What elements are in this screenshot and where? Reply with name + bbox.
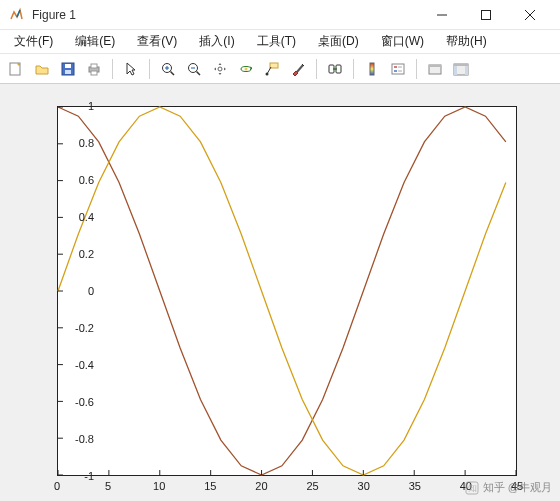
toolbar	[0, 54, 560, 84]
y-tick-label: -0.4	[54, 359, 94, 371]
save-button[interactable]	[56, 57, 80, 81]
menu-file[interactable]: 文件(F)	[4, 30, 63, 53]
svg-rect-39	[465, 66, 468, 75]
menu-help[interactable]: 帮助(H)	[436, 30, 497, 53]
menu-tools[interactable]: 工具(T)	[247, 30, 306, 53]
pointer-button[interactable]	[119, 57, 143, 81]
rotate-3d-button[interactable]	[234, 57, 258, 81]
maximize-button[interactable]	[464, 0, 508, 30]
watermark: 知 知乎 @牛观月	[465, 480, 552, 495]
svg-point-20	[245, 67, 248, 70]
chart-canvas	[58, 107, 516, 475]
y-tick-label: 0.2	[54, 248, 94, 260]
minimize-button[interactable]	[420, 0, 464, 30]
menu-edit[interactable]: 编辑(E)	[65, 30, 125, 53]
open-button[interactable]	[30, 57, 54, 81]
matlab-icon	[8, 7, 24, 23]
hide-plot-tools-button[interactable]	[423, 57, 447, 81]
svg-rect-37	[454, 64, 468, 66]
new-figure-button[interactable]	[4, 57, 28, 81]
x-tick-label: 35	[409, 480, 421, 492]
svg-rect-1	[482, 10, 491, 19]
insert-legend-button[interactable]	[386, 57, 410, 81]
data-cursor-button[interactable]	[260, 57, 284, 81]
svg-rect-28	[370, 63, 374, 75]
show-plot-tools-button[interactable]	[449, 57, 473, 81]
zoom-in-button[interactable]	[156, 57, 180, 81]
toolbar-separator	[149, 59, 150, 79]
close-button[interactable]	[508, 0, 552, 30]
print-button[interactable]	[82, 57, 106, 81]
plot-area: -1-0.8-0.6-0.4-0.200.20.40.60.81 0510152…	[0, 84, 560, 501]
y-tick-label: 1	[54, 100, 94, 112]
series-sin	[58, 107, 506, 475]
svg-point-23	[266, 72, 269, 75]
x-tick-label: 30	[358, 480, 370, 492]
y-tick-label: 0.8	[54, 137, 94, 149]
toolbar-separator	[353, 59, 354, 79]
toolbar-separator	[112, 59, 113, 79]
x-tick-label: 20	[255, 480, 267, 492]
svg-rect-10	[91, 71, 97, 75]
link-button[interactable]	[323, 57, 347, 81]
y-tick-label: 0.4	[54, 211, 94, 223]
y-tick-label: 0	[54, 285, 94, 297]
pan-button[interactable]	[208, 57, 232, 81]
svg-rect-35	[429, 65, 441, 67]
x-tick-label: 0	[54, 480, 60, 492]
series-cos	[58, 107, 506, 475]
insert-colorbar-button[interactable]	[360, 57, 384, 81]
menu-insert[interactable]: 插入(I)	[189, 30, 244, 53]
x-tick-label: 10	[153, 480, 165, 492]
x-tick-label: 15	[204, 480, 216, 492]
svg-rect-9	[91, 64, 97, 68]
zoom-out-button[interactable]	[182, 57, 206, 81]
svg-line-12	[171, 71, 175, 75]
menu-desktop[interactable]: 桌面(D)	[308, 30, 369, 53]
toolbar-separator	[316, 59, 317, 79]
svg-line-24	[297, 65, 303, 72]
x-tick-label: 25	[306, 480, 318, 492]
x-tick-label: 40	[460, 480, 472, 492]
svg-point-18	[218, 67, 222, 71]
y-tick-label: -0.8	[54, 433, 94, 445]
svg-rect-29	[392, 64, 404, 74]
svg-rect-7	[65, 70, 71, 74]
window-title: Figure 1	[32, 8, 420, 22]
toolbar-separator	[416, 59, 417, 79]
axes[interactable]	[57, 106, 517, 476]
svg-rect-6	[65, 64, 71, 68]
menu-view[interactable]: 查看(V)	[127, 30, 187, 53]
y-tick-label: -0.6	[54, 396, 94, 408]
menubar: 文件(F) 编辑(E) 查看(V) 插入(I) 工具(T) 桌面(D) 窗口(W…	[0, 30, 560, 54]
y-tick-label: -0.2	[54, 322, 94, 334]
y-tick-label: 0.6	[54, 174, 94, 186]
menu-window[interactable]: 窗口(W)	[371, 30, 434, 53]
x-tick-label: 5	[105, 480, 111, 492]
x-tick-label: 45	[511, 480, 523, 492]
titlebar: Figure 1	[0, 0, 560, 30]
brush-button[interactable]	[286, 57, 310, 81]
svg-rect-38	[454, 66, 457, 75]
svg-line-16	[197, 71, 201, 75]
